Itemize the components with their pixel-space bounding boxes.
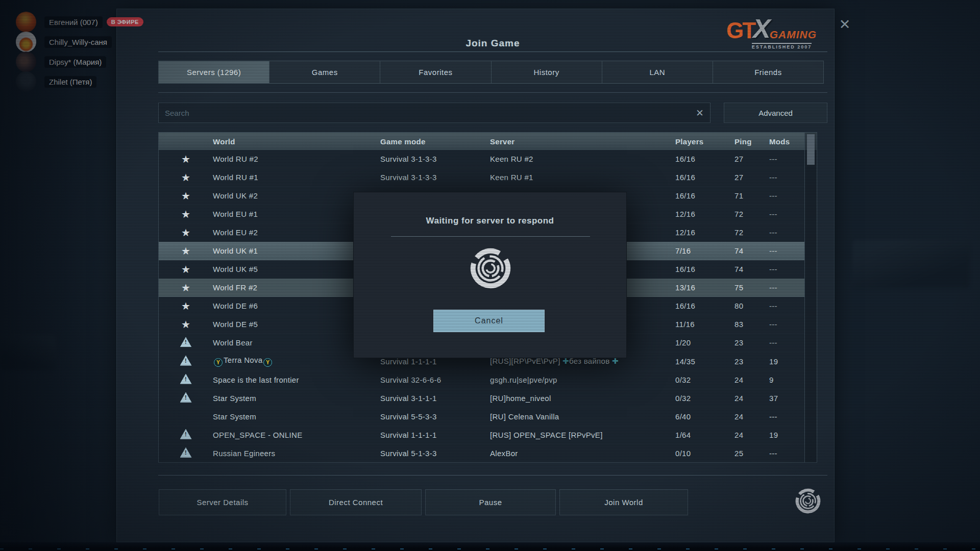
overlay-player: Dipsy* (Мария) xyxy=(16,52,106,72)
tab-history[interactable]: History xyxy=(491,61,602,84)
tab-friends[interactable]: Friends xyxy=(713,61,824,84)
table-row[interactable]: Star SystemSurvival 5-5-3-3[RU] Celena V… xyxy=(159,408,805,426)
server-cell: Keen RU #2 xyxy=(490,155,675,163)
ping-cell: 23 xyxy=(734,357,769,366)
live-badge: В ЭФИРЕ xyxy=(107,17,143,27)
server-cell: [RU]home_niveol xyxy=(490,394,675,403)
favorite-star-icon: ★ xyxy=(181,172,190,183)
modal-title: Waiting for server to respond xyxy=(354,216,626,226)
table-row[interactable]: ★World RU #2Survival 3-1-3-3Keen RU #216… xyxy=(159,150,805,168)
divider xyxy=(158,92,827,93)
favorite-star-icon: ★ xyxy=(181,190,190,202)
players-cell: 16/16 xyxy=(675,173,734,182)
player-name: Dipsy* (Мария) xyxy=(44,56,106,68)
y-circle-icon: Y xyxy=(214,358,223,367)
warning-icon xyxy=(180,337,192,347)
players-cell: 0/32 xyxy=(675,394,734,403)
table-row[interactable]: OPEN_SPACE - ONLINESurvival 1-1-1-1[RUS]… xyxy=(159,426,805,444)
close-icon[interactable]: ✕ xyxy=(836,15,854,34)
players-cell: 16/16 xyxy=(675,155,734,163)
ping-cell: 80 xyxy=(734,302,769,310)
server-cell: gsgh.ru|se|pve/pvp xyxy=(490,375,675,384)
players-cell: 7/16 xyxy=(675,246,734,255)
row-icon-cell: ★ xyxy=(159,227,213,239)
game-mode-cell: Survival 3-1-3-3 xyxy=(380,173,490,182)
table-header-col-world: World xyxy=(213,137,380,146)
server-cell: [RU] Celena Vanilla xyxy=(490,412,675,421)
favorite-star-icon: ★ xyxy=(181,300,190,312)
table-row[interactable]: Star SystemSurvival 3-1-1-1[RU]home_nive… xyxy=(159,389,805,408)
cancel-button[interactable]: Cancel xyxy=(433,310,545,332)
players-cell: 13/16 xyxy=(675,283,734,292)
divider xyxy=(158,475,827,475)
table-header-col-server: Server xyxy=(490,137,675,146)
tab-servers-1296[interactable]: Servers (1296) xyxy=(158,61,270,84)
row-icon-cell: ★ xyxy=(159,300,213,312)
table-row[interactable]: Russian EgineersSurvival 5-1-3-3AlexBor0… xyxy=(159,444,805,463)
advanced-button[interactable]: Advanced xyxy=(724,103,827,123)
direct-connect-button[interactable]: Direct Connect xyxy=(290,489,422,515)
mods-cell: 19 xyxy=(769,357,805,366)
world-cell: OPEN_SPACE - ONLINE xyxy=(213,431,380,439)
logo-text-x: X xyxy=(753,15,771,42)
mods-cell: --- xyxy=(769,265,805,273)
warning-icon xyxy=(180,392,192,403)
players-cell: 12/16 xyxy=(675,210,734,218)
player-name: Евгений (007) xyxy=(44,16,103,28)
row-icon-cell: ★ xyxy=(159,171,213,184)
row-icon-cell: ★ xyxy=(159,190,213,202)
gtx-gaming-logo: GT X GAMING ESTABLISHED 2007 xyxy=(717,15,826,50)
game-mode-cell: Survival 5-1-3-3 xyxy=(380,449,490,458)
players-cell: 11/16 xyxy=(675,320,734,329)
row-icon-cell: ★ xyxy=(159,208,213,220)
table-row[interactable]: Space is the last frontierSurvival 32-6-… xyxy=(159,371,805,389)
join-world-button[interactable]: Join World xyxy=(559,489,688,515)
mods-cell: --- xyxy=(769,320,805,329)
server-cell: AlexBor xyxy=(490,449,675,458)
world-cell: Space is the last frontier xyxy=(213,375,380,384)
players-cell: 16/16 xyxy=(675,302,734,310)
pause-button[interactable]: Pause xyxy=(425,489,556,515)
game-mode-cell: Survival 5-5-3-3 xyxy=(380,412,490,421)
tab-games[interactable]: Games xyxy=(269,61,380,84)
row-icon-cell: ★ xyxy=(159,153,213,165)
players-cell: 14/35 xyxy=(675,357,734,366)
bottom-button-bar: Server DetailsDirect ConnectPauseJoin Wo… xyxy=(159,489,688,515)
mods-cell: 9 xyxy=(769,375,805,384)
mods-cell: --- xyxy=(769,191,805,200)
logo-text-gaming: GAMING xyxy=(770,29,817,40)
tab-favorites[interactable]: Favorites xyxy=(380,61,491,84)
ping-cell: 23 xyxy=(734,338,769,347)
row-icon-cell xyxy=(159,356,213,367)
clear-search-icon[interactable]: ✕ xyxy=(696,107,704,119)
warning-icon xyxy=(180,374,192,384)
mods-cell: --- xyxy=(769,283,805,292)
scrollbar[interactable] xyxy=(804,133,817,462)
server-details-button[interactable]: Server Details xyxy=(159,489,286,515)
table-row[interactable]: ★World RU #1Survival 3-1-3-3Keen RU #116… xyxy=(159,168,805,187)
table-header-col-game-mode: Game mode xyxy=(380,137,490,146)
y-circle-icon: Y xyxy=(263,358,272,367)
world-cell: Star System xyxy=(213,412,380,421)
search-input[interactable]: Search ✕ xyxy=(158,103,710,123)
scrollbar-thumb[interactable] xyxy=(807,134,815,165)
row-icon-cell xyxy=(159,374,213,386)
players-cell: 0/10 xyxy=(675,449,734,458)
discord-overlay: Евгений (007)В ЭФИРЕChilly_Willy-саняDip… xyxy=(0,0,138,102)
ping-cell: 72 xyxy=(734,210,769,218)
divider xyxy=(391,236,590,237)
players-cell: 12/16 xyxy=(675,228,734,237)
ping-cell: 75 xyxy=(734,283,769,292)
bottom-taskbar-strip xyxy=(0,542,980,551)
row-icon-cell xyxy=(159,447,213,459)
favorite-star-icon: ★ xyxy=(181,319,190,330)
ping-cell: 83 xyxy=(734,320,769,329)
flame-avatar xyxy=(16,32,36,52)
mods-cell: --- xyxy=(769,155,805,163)
mods-cell: 37 xyxy=(769,394,805,403)
game-mode-cell: Survival 32-6-6-6 xyxy=(380,375,490,384)
tab-lan[interactable]: LAN xyxy=(602,61,713,84)
server-cell: [RUS] OPEN_SPACE [RPvPvE] xyxy=(490,431,675,439)
background-ship-silhouette xyxy=(0,334,56,370)
waiting-modal: Waiting for server to respond Cancel xyxy=(353,192,627,358)
